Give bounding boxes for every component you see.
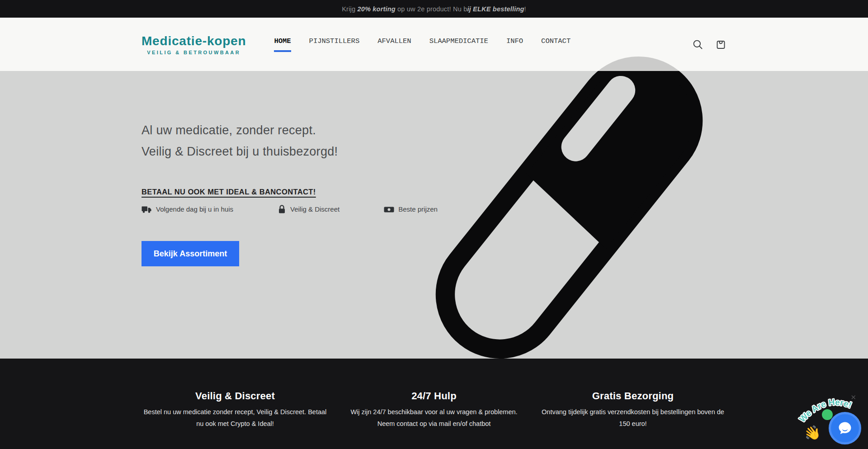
feature-label: Veilig & Discreet [290,205,340,213]
site-header: Medicatie-kopen VEILIG & BETROUWBAAR HOM… [0,18,868,71]
footer-column-text: Neem contact op via mail en/of chatbot [335,418,533,430]
feature-list: Volgende dag bij u in huis Veilig & Disc… [142,204,726,214]
feature-safe-discreet: Veilig & Discreet [278,204,340,214]
promo-prefix: Krijg [342,5,357,13]
online-indicator [822,409,833,420]
promo-text: Krijg 20% korting op uw 2e product! Nu b… [342,5,526,13]
footer-column-text: nu ook met Crypto & Ideal! [136,418,335,430]
banknote-icon [384,205,394,214]
nav-item-contact[interactable]: CONTACT [541,37,571,52]
header-inner: Medicatie-kopen VEILIG & BETROUWBAAR HOM… [142,34,726,55]
feature-label: Beste prijzen [398,205,438,213]
footer-column-title: Gratis Bezorging [533,390,732,402]
search-icon [692,39,703,50]
footer-column-text: Bestel nu uw medicatie zonder recept, Ve… [136,406,335,418]
footer-column-title: Veilig & Discreet [136,390,335,402]
feature-next-day-delivery: Volgende dag bij u in huis [142,205,233,214]
nav-item-pijnstillers[interactable]: PIJNSTILLERS [309,37,360,52]
footer-column-title: 24/7 Hulp [335,390,533,402]
nav-item-afvallen[interactable]: AFVALLEN [377,37,411,52]
chat-button[interactable] [829,412,861,444]
chat-bubble-icon [835,419,854,438]
shopping-bag-icon [715,39,726,50]
header-icons [692,39,726,50]
promo-suffix: ! [524,5,526,13]
footer-column-text: Ontvang tijdelijk gratis verzendkosten b… [533,406,732,418]
logo-tagline: VEILIG & BETROUWBAAR [142,50,246,55]
footer-column-bezorging: Gratis Bezorging Ontvang tijdelijk grati… [533,390,732,430]
promo-middle: op uw 2e product! Nu b [396,5,467,13]
truck-icon [142,205,152,214]
nav-item-slaapmedicatie[interactable]: SLAAPMEDICATIE [429,37,488,52]
page: { "banner": { "prefix": "Krijg ", "highl… [0,0,868,449]
hero-heading-line2: Veilig & Discreet bij u thuisbezorgd! [142,141,726,162]
site-footer: Veilig & Discreet Bestel nu uw medicatie… [0,359,868,449]
hero-section: Al uw medicatie, zonder recept. Veilig &… [0,71,868,359]
hero-heading-line1: Al uw medicatie, zonder recept. [142,120,726,141]
nav-item-info[interactable]: INFO [506,37,523,52]
feature-best-prices: Beste prijzen [384,205,438,214]
footer-column-text: Wij zijn 24/7 beschikbaar voor al uw vra… [335,406,533,418]
promo-every-order: ij ELKE bestelling [467,5,524,13]
logo-title: Medicatie-kopen [142,34,246,48]
footer-columns: Veilig & Discreet Bestel nu uw medicatie… [136,359,732,430]
nav-item-home[interactable]: HOME [274,37,291,52]
footer-column-veilig-discreet: Veilig & Discreet Bestel nu uw medicatie… [136,390,335,430]
footer-column-text: 150 euro! [533,418,732,430]
waving-hand-icon: 👋 [802,423,822,443]
cart-button[interactable] [715,39,726,50]
promo-discount: 20% korting [357,5,395,13]
main-nav: HOME PIJNSTILLERS AFVALLEN SLAAPMEDICATI… [274,37,571,52]
search-button[interactable] [692,39,703,50]
chat-widget: ✕ We Are Here! 👋 [797,386,866,446]
view-assortment-button[interactable]: Bekijk Assortiment [142,241,239,266]
hero-content: Al uw medicatie, zonder recept. Veilig &… [142,71,726,266]
payment-subheading: BETAAL NU OOK MET IDEAL & BANCONTACT! [142,188,316,196]
lock-icon [278,204,286,214]
promo-banner: Krijg 20% korting op uw 2e product! Nu b… [0,0,868,18]
feature-label: Volgende dag bij u in huis [156,205,233,213]
site-logo[interactable]: Medicatie-kopen VEILIG & BETROUWBAAR [142,34,246,55]
footer-column-hulp: 24/7 Hulp Wij zijn 24/7 beschikbaar voor… [335,390,533,430]
